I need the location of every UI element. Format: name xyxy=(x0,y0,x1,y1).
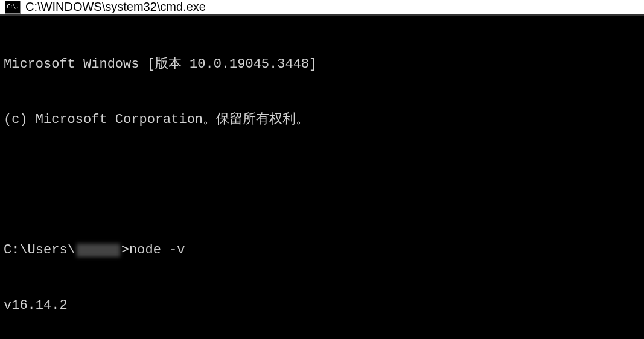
prompt-suffix: > xyxy=(121,241,129,260)
output-1: v16.14.2 xyxy=(4,297,640,315)
terminal-area[interactable]: Microsoft Windows [版本 10.0.19045.3448] (… xyxy=(0,14,644,339)
header-line-2: (c) Microsoft Corporation。保留所有权利。 xyxy=(4,111,640,130)
prompt-line-1: C:\Users\>node -v xyxy=(4,241,640,260)
cmd-window: C:\. C:\WINDOWS\system32\cmd.exe Microso… xyxy=(0,0,644,339)
redacted-username xyxy=(77,244,120,257)
cmd-icon: C:\. xyxy=(5,1,21,14)
blank-line xyxy=(4,166,640,185)
prompt-prefix: C:\Users\ xyxy=(4,241,75,260)
window-title: C:\WINDOWS\system32\cmd.exe xyxy=(25,0,206,14)
cmd-icon-text: C:\. xyxy=(7,4,19,10)
command-1: node -v xyxy=(129,241,185,260)
titlebar[interactable]: C:\. C:\WINDOWS\system32\cmd.exe xyxy=(0,0,644,14)
header-line-1: Microsoft Windows [版本 10.0.19045.3448] xyxy=(4,55,640,74)
